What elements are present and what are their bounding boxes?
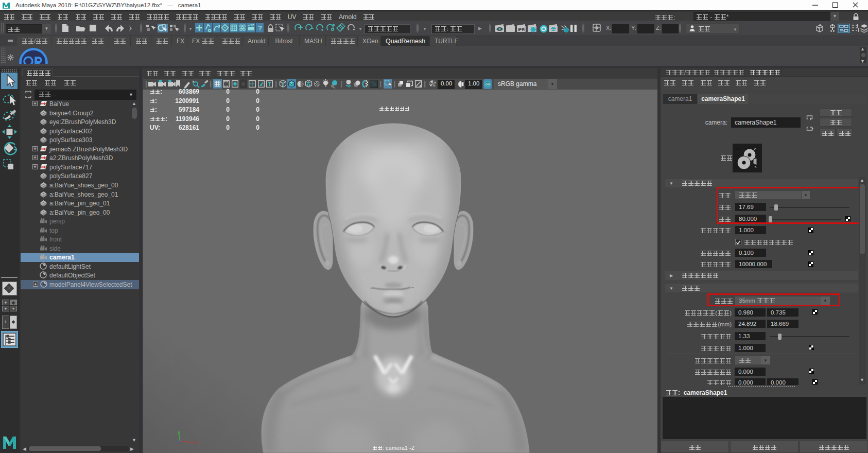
svg-text:ON: ON [485, 83, 490, 86]
svg-text:?: ? [258, 24, 262, 32]
svg-text:x: x [196, 440, 199, 445]
svg-text:y: y [178, 430, 180, 435]
svg-text:IPR: IPR [518, 27, 525, 32]
